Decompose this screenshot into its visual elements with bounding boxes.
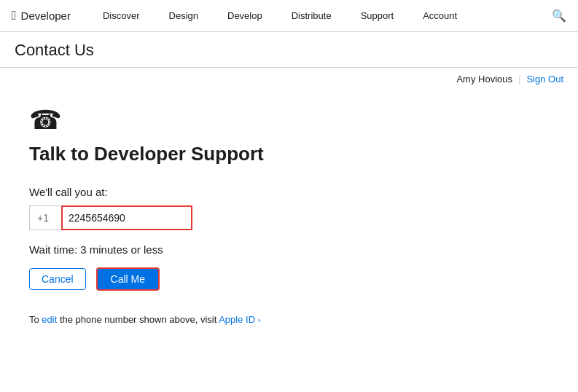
nav-right: 🔍 <box>552 9 566 23</box>
phone-icon: ☎ <box>29 105 481 136</box>
nav-logo[interactable]:  Developer <box>12 8 71 23</box>
nav-bar:  Developer Discover Design Develop Dist… <box>0 0 578 32</box>
search-icon[interactable]: 🔍 <box>552 9 566 23</box>
nav-distribute[interactable]: Distribute <box>277 0 346 32</box>
main-title: Talk to Developer Support <box>29 143 481 165</box>
user-divider: | <box>518 74 520 85</box>
call-me-button[interactable]: Call Me <box>96 267 160 291</box>
phone-number-input[interactable] <box>61 205 192 230</box>
nav-develop[interactable]: Develop <box>213 0 277 32</box>
nav-account[interactable]: Account <box>408 0 472 32</box>
breadcrumb: Contact Us <box>0 32 578 68</box>
footer-note: To edit the phone number shown above, vi… <box>29 314 481 325</box>
nav-logo-text: Developer <box>21 9 71 22</box>
call-label: We'll call you at: <box>29 186 481 198</box>
footer-text-after: the phone number shown above, visit <box>57 314 219 325</box>
apple-icon:  <box>12 8 17 23</box>
country-code: +1 <box>29 205 61 230</box>
nav-discover[interactable]: Discover <box>88 0 155 32</box>
nav-support[interactable]: Support <box>346 0 409 32</box>
main-content: ☎ Talk to Developer Support We'll call y… <box>0 90 510 354</box>
cancel-button[interactable]: Cancel <box>29 268 86 290</box>
buttons-row: Cancel Call Me <box>29 267 481 291</box>
footer-text-before: To <box>29 314 42 325</box>
page-title: Contact Us <box>15 41 94 59</box>
apple-id-link[interactable]: Apple ID › <box>219 314 260 325</box>
user-name: Amy Hovious <box>456 74 512 85</box>
nav-design[interactable]: Design <box>155 0 213 32</box>
edit-link[interactable]: edit <box>42 314 57 325</box>
nav-links: Discover Design Develop Distribute Suppo… <box>88 0 552 32</box>
user-bar: Amy Hovious | Sign Out <box>0 68 578 90</box>
wait-time: Wait time: 3 minutes or less <box>29 243 481 256</box>
sign-out-link[interactable]: Sign Out <box>526 74 563 85</box>
phone-input-row: +1 <box>29 205 481 230</box>
